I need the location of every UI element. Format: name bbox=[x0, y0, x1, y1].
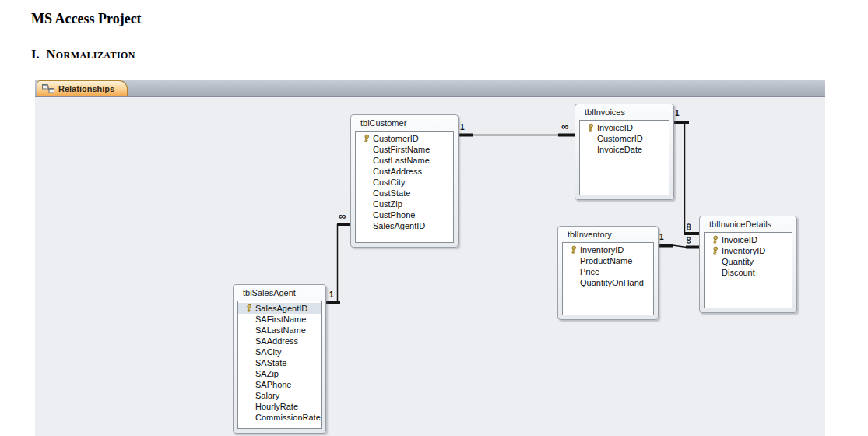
key-icon bbox=[708, 246, 722, 255]
field-row[interactable]: SalesAgentID bbox=[356, 220, 453, 231]
field-row[interactable]: Discount bbox=[705, 267, 792, 278]
key-icon bbox=[242, 304, 255, 313]
field-name: CustState bbox=[373, 188, 410, 198]
field-name: SAZip bbox=[255, 369, 279, 378]
field-row[interactable]: CustomerID bbox=[356, 133, 453, 144]
field-name: Quantity bbox=[722, 257, 754, 266]
relationships-icon bbox=[42, 83, 54, 93]
field-row[interactable]: InvoiceDate bbox=[580, 144, 669, 155]
field-row-selected[interactable]: SalesAgentID bbox=[238, 303, 321, 314]
field-list: InvoiceID InventoryID Quantity Discount bbox=[704, 232, 792, 308]
rel-one-marker: 1 bbox=[675, 110, 680, 118]
rel-one-marker: 1 bbox=[659, 234, 664, 241]
field-name: SalesAgentID bbox=[255, 304, 307, 313]
field-name: SAState bbox=[255, 358, 286, 367]
field-name: Price bbox=[580, 267, 599, 276]
rel-many-marker: ∞ bbox=[561, 122, 568, 131]
field-name: CustCity bbox=[373, 178, 406, 187]
field-name: CustAddress bbox=[373, 167, 422, 176]
section-heading: I.Normalization bbox=[31, 47, 135, 62]
key-icon bbox=[360, 134, 373, 143]
field-row[interactable]: CustLastName bbox=[356, 155, 453, 166]
field-row[interactable]: InventoryID bbox=[705, 245, 792, 256]
field-row[interactable]: HourlyRate bbox=[238, 401, 321, 412]
field-name: CustFirstName bbox=[373, 145, 430, 154]
field-name: InvoiceID bbox=[597, 123, 633, 132]
field-row[interactable]: CustFirstName bbox=[356, 144, 453, 155]
key-icon bbox=[567, 245, 580, 255]
rel-one-marker: 1 bbox=[329, 291, 334, 299]
field-row[interactable]: QuantityOnHand bbox=[563, 277, 653, 288]
field-name: SALastName bbox=[255, 325, 306, 335]
table-tblInvoices[interactable]: tblInvoices InvoiceID CustomerID Invoice… bbox=[575, 104, 674, 200]
field-name: CustZip bbox=[373, 199, 402, 209]
document-page: MS Access Project I.Normalization Relati… bbox=[0, 0, 868, 436]
rel-many-marker: ∞ bbox=[685, 223, 694, 230]
table-title[interactable]: tblInventory bbox=[558, 227, 658, 242]
field-name: SalesAgentID bbox=[373, 221, 425, 230]
field-name: ProductName bbox=[580, 256, 632, 265]
field-name: SAAddress bbox=[255, 336, 298, 346]
field-list: InventoryID ProductName Price QuantityOn… bbox=[562, 242, 654, 315]
field-row[interactable]: Quantity bbox=[705, 256, 792, 267]
field-row[interactable]: Price bbox=[563, 266, 653, 277]
field-list: InvoiceID CustomerID InvoiceDate bbox=[579, 120, 669, 195]
tab-label: Relationships bbox=[58, 84, 114, 93]
field-name: Salary bbox=[255, 391, 279, 400]
key-icon bbox=[584, 123, 597, 132]
field-row[interactable]: CommissionRate bbox=[238, 412, 321, 423]
field-row[interactable]: Salary bbox=[238, 390, 321, 401]
table-tblCustomer[interactable]: tblCustomer CustomerID CustFirstName Cus… bbox=[350, 114, 459, 248]
key-icon bbox=[708, 235, 722, 244]
page-title: MS Access Project bbox=[31, 11, 142, 27]
field-name: HourlyRate bbox=[255, 402, 298, 411]
relationships-window: Relationships bbox=[35, 80, 825, 436]
field-row[interactable]: CustState bbox=[356, 188, 453, 199]
table-tblInventory[interactable]: tblInventory InventoryID ProductName Pri… bbox=[557, 226, 659, 320]
field-row[interactable]: CustomerID bbox=[580, 133, 669, 144]
field-name: CustomerID bbox=[597, 134, 643, 143]
table-title[interactable]: tblInvoices bbox=[575, 104, 673, 120]
field-row[interactable]: SAZip bbox=[238, 368, 321, 379]
field-row[interactable]: SALastName bbox=[238, 325, 321, 336]
field-name: SACity bbox=[255, 347, 282, 357]
field-name: QuantityOnHand bbox=[580, 278, 644, 287]
field-list: SalesAgentID SAFirstName SALastName SAAd… bbox=[237, 301, 322, 429]
field-row[interactable]: SAFirstName bbox=[238, 314, 321, 325]
field-name: InventoryID bbox=[580, 245, 624, 255]
section-numeral: I. bbox=[31, 47, 40, 62]
field-list: CustomerID CustFirstName CustLastName Cu… bbox=[355, 131, 454, 243]
field-row[interactable]: InvoiceID bbox=[580, 122, 669, 133]
field-row[interactable]: SAState bbox=[238, 357, 321, 368]
field-row[interactable]: SAAddress bbox=[238, 336, 321, 346]
field-row[interactable]: ProductName bbox=[563, 255, 653, 266]
field-row[interactable]: InvoiceID bbox=[705, 234, 792, 245]
field-name: CustomerID bbox=[373, 134, 419, 143]
field-row[interactable]: SACity bbox=[238, 346, 321, 357]
relationships-canvas: 1 ∞ 1 ∞ 1 ∞ 1 ∞ tblCustomer CustomerID C… bbox=[35, 97, 825, 436]
rel-many-marker: ∞ bbox=[339, 212, 346, 220]
table-title[interactable]: tblSalesAgent bbox=[234, 285, 325, 301]
field-row[interactable]: CustCity bbox=[356, 177, 453, 188]
field-row[interactable]: CustZip bbox=[356, 199, 453, 209]
rel-one-marker: 1 bbox=[460, 124, 465, 132]
field-row[interactable]: CustPhone bbox=[356, 209, 453, 220]
field-name: SAPhone bbox=[255, 380, 291, 389]
field-name: CustPhone bbox=[373, 210, 415, 220]
table-tblSalesAgent[interactable]: tblSalesAgent SalesAgentID SAFirstName S… bbox=[233, 284, 326, 434]
table-title[interactable]: tblInvoiceDetails bbox=[700, 216, 796, 232]
field-name: InvoiceID bbox=[722, 235, 757, 244]
field-row[interactable]: InventoryID bbox=[563, 244, 653, 255]
table-tblInvoiceDetails[interactable]: tblInvoiceDetails InvoiceID InventoryID bbox=[699, 216, 797, 313]
field-name: CommissionRate bbox=[255, 413, 321, 422]
field-name: SAFirstName bbox=[255, 315, 306, 324]
field-name: CustLastName bbox=[373, 156, 430, 165]
table-title[interactable]: tblCustomer bbox=[351, 115, 458, 131]
field-row[interactable]: SAPhone bbox=[238, 379, 321, 390]
field-row[interactable]: CustAddress bbox=[356, 166, 453, 177]
rel-many-marker: ∞ bbox=[685, 237, 694, 244]
section-title: Normalization bbox=[47, 47, 135, 62]
field-name: InventoryID bbox=[722, 246, 765, 255]
tab-relationships[interactable]: Relationships bbox=[37, 80, 128, 96]
field-name: Discount bbox=[722, 268, 755, 277]
